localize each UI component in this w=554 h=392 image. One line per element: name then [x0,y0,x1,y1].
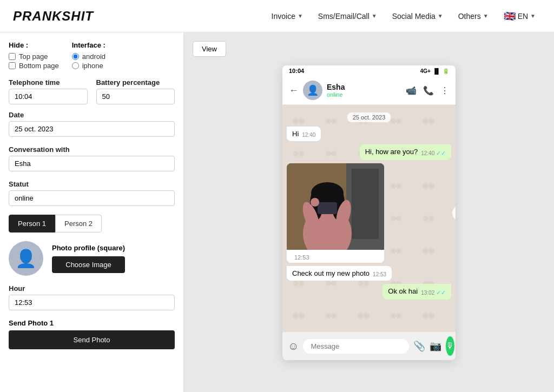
view-button[interactable]: View [193,41,226,57]
video-call-icon[interactable]: 📹 [406,85,417,96]
lang-arrow-icon: ▼ [530,13,536,19]
nav-social-media[interactable]: Social Media ▼ [387,9,449,24]
wa-actions: 📹 📞 ⋮ [406,85,449,96]
signal-bars-icon: ▐▌ [433,68,440,74]
hide-col: Hide : Top page Bottom page [9,41,59,70]
social-arrow-icon: ▼ [438,13,443,19]
hide-interface-section: Hide : Top page Bottom page Interface : … [9,41,175,70]
status-bar: 10:04 4G+ ▐▌ 🔋 [282,65,456,76]
android-radio[interactable] [72,53,79,60]
sms-arrow-icon: ▼ [372,13,377,19]
person2-tab[interactable]: Person 2 [55,215,102,232]
photo-preview [287,163,384,250]
ticks-okokhai: ✓✓ [436,289,446,296]
status-time: 10:04 [289,68,304,74]
chat-date-badge: 25 oct. 2023 [287,112,451,121]
send-photo-section: Send Photo 1 Send Photo [9,319,175,349]
msg-bubble-okokhai: Ok ok hai 13:02 ✓✓ [382,284,451,300]
contact-name: Esha [327,83,401,91]
battery-input[interactable] [96,89,175,104]
msg-time-caption: 12:53 [373,271,386,277]
photo-time: 12:53 [294,254,309,261]
telephone-time-input[interactable] [9,89,88,104]
msg-photo: 12:53 ➤ [287,163,451,263]
back-arrow-icon[interactable]: ← [289,85,299,96]
photo-profile-row: 👤 Photo profile (square) Choose Image [9,241,175,276]
others-arrow-icon: ▼ [483,13,489,19]
photo-profile-label: Photo profile (square) [52,244,125,252]
person1-tab[interactable]: Person 1 [9,215,55,232]
msg-text-howru: Hi, how are you? [365,148,418,156]
header: PRANKSHIT Invoice ▼ Sms/Email/Call ▼ Soc… [0,0,554,32]
date-group: Date [9,111,175,137]
hour-input[interactable] [9,295,175,310]
flag-icon: 🇬🇧 [504,10,516,22]
send-photo-button[interactable]: Send Photo [9,330,175,349]
msg-okokhai: Ok ok hai 13:02 ✓✓ [287,284,451,300]
photo-profile-info: Photo profile (square) Choose Image [52,244,125,273]
android-label: android [82,52,105,61]
top-page-checkbox-row[interactable]: Top page [9,52,59,61]
attach-icon[interactable]: 📎 [413,340,425,352]
date-input[interactable] [9,121,175,137]
top-page-checkbox[interactable] [9,53,16,60]
hour-group: Hour [9,284,175,310]
phone-mockup: 10:04 4G+ ▐▌ 🔋 ← 👤 Esha online 📹 📞 [282,65,456,360]
top-page-label: Top page [19,52,48,61]
avatar-placeholder: 👤 [9,241,43,276]
chat-date: 25 oct. 2023 [347,112,391,122]
logo: PRANKSHIT [13,9,94,24]
msg-bubble-caption: Check out my new photo 12:53 [287,266,392,281]
choose-image-button[interactable]: Choose Image [52,256,125,273]
msg-howru: Hi, how are you? 12:40 ✓✓ [287,144,451,160]
phone-call-icon[interactable]: 📞 [423,85,434,96]
message-input[interactable] [303,339,409,354]
svg-rect-3 [352,169,379,239]
statut-input[interactable] [9,190,175,206]
battery-icon: 🔋 [443,68,449,74]
msg-bubble-howru: Hi, how are you? 12:40 ✓✓ [360,144,451,160]
telephone-time-label: Telephone time [9,78,88,87]
iphone-label: iphone [82,62,103,70]
emoji-icon[interactable]: ☺ [288,340,299,353]
bottom-page-checkbox[interactable] [9,62,16,69]
ticks-howru: ✓✓ [436,150,446,156]
iphone-radio[interactable] [72,62,79,69]
mic-icon: 🎙 [446,341,454,351]
photo-bubble: 12:53 [287,163,384,263]
date-label: Date [9,111,175,119]
iphone-radio-row[interactable]: iphone [72,62,105,70]
conversation-input[interactable] [9,156,175,171]
nav-others[interactable]: Others ▼ [453,9,494,24]
contact-status: online [327,91,401,98]
android-radio-row[interactable]: android [72,52,105,61]
invoice-arrow-icon: ▼ [298,13,303,19]
statut-group: Statut [9,180,175,206]
msg-time-hi: 12:40 [302,132,315,138]
forward-icon[interactable]: ➤ [452,205,456,221]
bottom-page-checkbox-row[interactable]: Bottom page [9,62,59,70]
nav-sms-email-call[interactable]: Sms/Email/Call ▼ [313,9,382,24]
hide-label: Hide : [9,41,59,49]
camera-icon[interactable]: 📷 [430,340,441,352]
battery-group: Battery percentage [96,78,175,104]
mic-button[interactable]: 🎙 [446,336,454,356]
svg-point-12 [311,198,319,207]
photo-svg [287,163,384,250]
contact-avatar: 👤 [303,81,322,100]
wa-input-bar: ☺ 📎 📷 🎙 [282,332,456,360]
main-layout: Hide : Top page Bottom page Interface : … [0,32,554,392]
hour-label: Hour [9,284,175,293]
nav-lang[interactable]: 🇬🇧 EN ▼ [498,7,541,25]
preview-panel: View 10:04 4G+ ▐▌ 🔋 ← 👤 Esha online [184,32,554,392]
contact-info: Esha online [327,83,401,98]
signal-label: 4G+ [420,68,431,74]
time-battery-row: Telephone time Battery percentage [9,78,175,104]
person-tabs: Person 1 Person 2 [9,215,175,232]
nav-invoice[interactable]: Invoice ▼ [266,9,308,24]
whatsapp-header: ← 👤 Esha online 📹 📞 ⋮ [282,76,456,105]
status-right: 4G+ ▐▌ 🔋 [420,68,449,74]
msg-caption: Check out my new photo 12:53 [287,266,451,281]
battery-label: Battery percentage [96,78,175,87]
more-options-icon[interactable]: ⋮ [440,85,449,96]
